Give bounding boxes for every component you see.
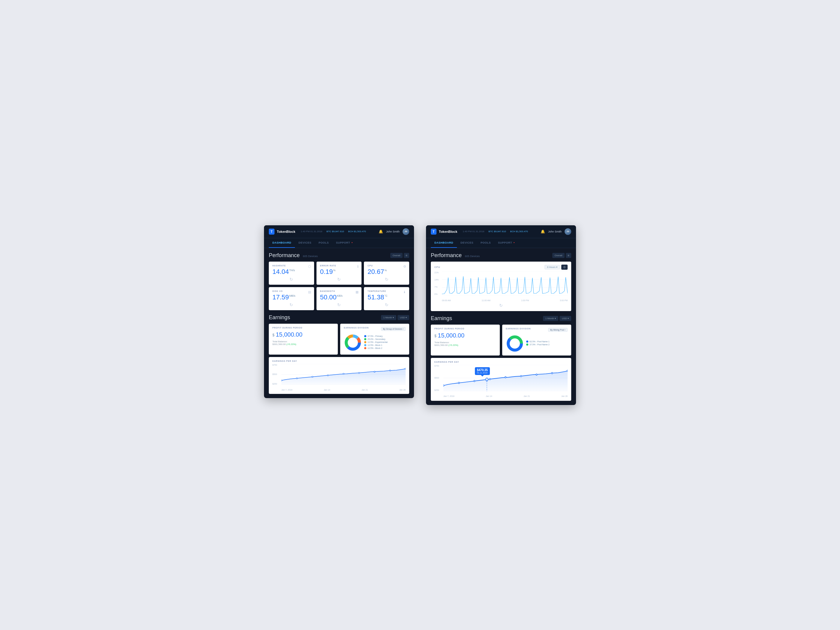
earnings-div-card-left: EARNINGS DIVISION By Group of Devices ›: [340, 324, 409, 355]
profit-card-left: PROFIT DURING PERIOD $ 15,000.00 Total B…: [269, 324, 338, 355]
nav-support[interactable]: SUPPORT •: [332, 238, 357, 248]
profit-label-left: PROFIT DURING PERIOD: [272, 327, 334, 329]
legend-item-pool1: 62.5% - Pool Name 1: [526, 341, 568, 343]
epd-x-jan7: Jan 7, 2018: [281, 389, 292, 391]
nav-pools-right[interactable]: POOLS: [477, 238, 494, 248]
legend-item: 37.5% - Primary: [364, 335, 406, 337]
epd-card-left: EARNINGS PER DAY $750 $500 $250: [269, 357, 409, 394]
header-right-left: T TokenBlock 1:40 PM 01.31.2018 BTC $9,8…: [431, 229, 528, 235]
svg-point-12: [327, 375, 328, 376]
legend-dot-pool1: [526, 341, 528, 343]
earnings-time-btn-right[interactable]: 1 Month ▾: [543, 316, 558, 321]
epd-x-axis-right: Jan 7, 2018 Jan 14 Jan 21 Jan 28: [444, 395, 568, 397]
nav-dashboard[interactable]: DASHBOARD: [269, 238, 295, 248]
legend-item-pool2: 37.5% - Pool Name 2: [526, 344, 568, 346]
legend-item: 12.5% - Block 2: [364, 347, 406, 349]
cpu-footer-icon: ↻: [499, 303, 503, 308]
cpu-chart-title: CPU: [434, 266, 440, 268]
metric-diskio: DISK I/O ▤ 17.59MB/s ↻: [269, 287, 314, 310]
hashrate-icon: ⬡: [308, 265, 311, 268]
bell-icon[interactable]: 🔔: [379, 229, 383, 234]
cpu-line-chart: [442, 272, 568, 295]
legend-label-experimental: 12.5% - Experimental: [368, 341, 388, 343]
epd-y-axis-right: $750 $500 $250: [434, 365, 444, 391]
legend-label-block2: 12.5% - Block 2: [368, 347, 382, 349]
legend-dot-primary: [364, 335, 366, 337]
legend-item: 12.5% - Block 1: [364, 344, 406, 346]
earnings-currency-btn-right[interactable]: USD ▾: [559, 316, 571, 321]
svg-point-37: [551, 372, 553, 374]
errorrate-icon: ℹ: [357, 265, 358, 268]
svg-point-36: [536, 374, 537, 375]
by-mining-pool-btn[interactable]: By Mining Pool ›: [548, 328, 568, 332]
nav-support-right[interactable]: SUPPORT •: [494, 238, 518, 248]
svg-point-30: [444, 385, 444, 386]
epd-line-chart-left: [281, 364, 406, 385]
cpu-icon: ⚙: [403, 265, 406, 268]
metric-bandwidth-label: BANDWIDTH: [320, 290, 358, 292]
svg-point-5: [349, 338, 357, 347]
earnings-div-header-left: EARNINGS DIVISION By Group of Devices ›: [344, 327, 406, 331]
legend-dot-secondary: [364, 338, 366, 340]
content-right: Performance 605 Devices Overall ≡ CPU 6 …: [426, 248, 576, 405]
logo-right: T: [431, 229, 436, 235]
cpu-chart-area: 21% 14% 7% 0%: [434, 272, 568, 302]
legend-dot-experimental: [364, 341, 366, 343]
cpu-chart-controls: 6 Hours ▾ ⚙: [545, 265, 568, 270]
metric-hashrate-value: 14.04TH/s: [272, 268, 311, 275]
svg-point-32: [474, 380, 475, 382]
by-group-btn-left[interactable]: By Group of Devices ›: [381, 327, 406, 331]
overall-btn-left[interactable]: Overall: [390, 253, 403, 258]
earnings-currency-btn-left[interactable]: USD ▾: [398, 315, 409, 320]
overall-btn-right[interactable]: Overall: [552, 253, 565, 258]
metrics-grid-left: HASHRATE ⬡ 14.04TH/s ↻ ERROR RATE ℹ 0.19…: [269, 262, 409, 310]
svg-point-14: [358, 372, 360, 374]
cpu-chart-header: CPU 6 Hours ▾ ⚙: [434, 265, 568, 270]
cpu-hours-btn[interactable]: 6 Hours ▾: [545, 265, 560, 269]
timestamp-right: 1:40 PM 01.31.2018: [463, 230, 484, 233]
cpu-x-9am: 09:00 AM: [442, 299, 451, 302]
nav-devices[interactable]: DEVICES: [295, 238, 315, 248]
settings-icon-left[interactable]: ≡: [404, 253, 409, 258]
legend-dot-pool2: [526, 344, 528, 346]
avatar[interactable]: JS: [403, 228, 409, 235]
epd-x-jan14: Jan 14: [324, 389, 330, 391]
cpu-settings-icon[interactable]: ⚙: [561, 265, 568, 270]
btc-price-right: BTC $9,847.610: [488, 230, 506, 233]
profit-amount-right: $ 15,000.00: [434, 332, 496, 340]
earnings-title-right: Earnings: [431, 315, 452, 322]
cpu-y-7: 7%: [434, 286, 442, 288]
svg-point-9: [281, 380, 282, 381]
content-left: Performance 605 Devices Overall ≡ HASHRA…: [264, 248, 414, 398]
metric-temperature-value: 51.38°C: [368, 294, 406, 301]
earnings-div-title-left: EARNINGS DIVISION: [344, 327, 369, 329]
profit-currency-right: $: [434, 334, 436, 338]
nav-devices-right[interactable]: DEVICES: [457, 238, 477, 248]
logo: T: [269, 229, 275, 235]
logo-icon: T: [271, 230, 273, 234]
settings-icon-right[interactable]: ≡: [566, 253, 571, 258]
bch-price-right: BCH $1,503.470: [510, 230, 528, 233]
header-left-section: T TokenBlock 1:40 PM 01.31.2018 BTC $9,8…: [269, 229, 366, 235]
user-name-right: John Smith: [548, 230, 562, 233]
nav-right: DASHBOARD DEVICES POOLS SUPPORT •: [426, 238, 576, 248]
cpu-x-axis: 09:00 AM 11:00 AM 1:00 PM 3:00 PM: [442, 299, 568, 302]
metric-errorrate: ERROR RATE ℹ 0.19% ↻: [316, 262, 362, 285]
epd-chart-left: $750 $500 $250: [272, 364, 406, 391]
avatar-right[interactable]: JS: [565, 228, 571, 235]
metric-errorrate-value: 0.19%: [320, 268, 358, 275]
nav-pools[interactable]: POOLS: [315, 238, 332, 248]
metric-temperature-label: TEMPERATURE: [368, 290, 406, 292]
bell-icon-right[interactable]: 🔔: [541, 229, 545, 234]
epd-title-left: EARNINGS PER DAY: [272, 360, 406, 362]
earnings-time-btn-left[interactable]: 1 Month ▾: [381, 315, 396, 320]
donut-chart-left: [344, 333, 362, 352]
earnings-controls-left: 1 Month ▾ USD ▾: [381, 315, 409, 320]
user-name: John Smith: [386, 230, 399, 233]
svg-point-11: [312, 376, 313, 377]
nav-dashboard-right[interactable]: DASHBOARD: [431, 238, 457, 248]
svg-point-33: [489, 378, 491, 380]
earnings-cards-left: PROFIT DURING PERIOD $ 15,000.00 Total B…: [269, 324, 409, 355]
metric-hashrate: HASHRATE ⬡ 14.04TH/s ↻: [269, 262, 314, 285]
metric-cpu-label: CPU: [368, 265, 406, 267]
